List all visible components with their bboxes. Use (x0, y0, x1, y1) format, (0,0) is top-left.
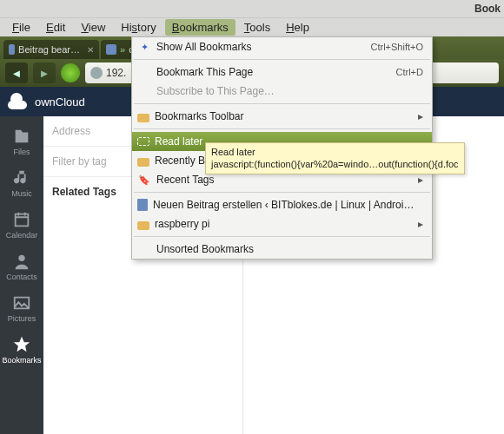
tab-label: Beitrag bear… (18, 44, 80, 55)
menuitem-unsorted-bookmarks[interactable]: Unsorted Bookmarks (132, 240, 432, 259)
menuitem-label: Neuen Beitrag erstellen ‹ BITblokes.de |… (153, 199, 423, 211)
blank-icon (137, 65, 151, 79)
tooltip-url: javascript:(function(){var%20a=windo…out… (211, 158, 459, 170)
menu-separator (134, 236, 430, 237)
close-tab-icon[interactable]: ✕ (87, 45, 94, 55)
sidebar-item-pictures[interactable]: Pictures (0, 288, 43, 330)
folder-icon (137, 221, 149, 230)
sidebar-item-calendar[interactable]: Calendar (0, 205, 43, 247)
menuitem-shortcut: Ctrl+Shift+O (370, 42, 423, 52)
contacts-icon (12, 252, 31, 271)
read-later-icon (137, 137, 149, 146)
sidebar-label: Files (13, 148, 30, 156)
page-icon (137, 199, 148, 211)
menu-separator (134, 192, 430, 193)
menu-separator (134, 103, 430, 104)
owncloud-brand: ownCloud (35, 95, 85, 108)
forward-button[interactable]: ► (33, 62, 56, 83)
tooltip-title: Read later (211, 146, 459, 158)
pictures-icon (12, 293, 31, 312)
window-titlebar: Book (0, 0, 504, 17)
sidebar-label: Calendar (6, 231, 38, 240)
site-identity-icon (90, 67, 103, 79)
back-button[interactable]: ◄ (5, 62, 28, 83)
owncloud-sidebar: Files Music Calendar Contacts Pictures B… (0, 116, 43, 434)
menuitem-shortcut: Ctrl+D (396, 67, 423, 77)
home-button[interactable] (61, 63, 80, 82)
menu-tools[interactable]: Tools (237, 19, 277, 36)
sidebar-label: Music (11, 189, 32, 198)
menuitem-label: Bookmark This Page (156, 66, 391, 78)
menu-separator (134, 59, 430, 60)
menuitem-label: Unsorted Bookmarks (156, 243, 423, 255)
menuitem-bookmarks-toolbar[interactable]: Bookmarks Toolbar ▸ (132, 107, 432, 126)
menuitem-label: raspberry pi (155, 218, 413, 230)
sidebar-item-contacts[interactable]: Contacts (0, 247, 43, 288)
bookmarks-star-icon: ✦ (137, 40, 151, 54)
menuitem-bookmark-this-page[interactable]: Bookmark This Page Ctrl+D (132, 62, 432, 82)
music-icon (12, 168, 31, 187)
owncloud-logo-icon (7, 90, 30, 113)
sidebar-item-files[interactable]: Files (0, 122, 43, 163)
sidebar-label: Contacts (6, 273, 37, 281)
favicon-icon (106, 44, 116, 55)
menuitem-subscribe: Subscribe to This Page… (132, 82, 432, 101)
menuitem-show-all-bookmarks[interactable]: ✦ Show All Bookmarks Ctrl+Shift+O (132, 37, 432, 56)
menu-help[interactable]: Help (279, 19, 316, 36)
menu-file[interactable]: File (5, 19, 37, 36)
blank-icon (137, 242, 151, 256)
menuitem-label: Recent Tags (156, 174, 413, 186)
bookmarks-star-icon (12, 335, 31, 354)
menuitem-label: Bookmarks Toolbar (155, 110, 413, 122)
blank-icon (137, 84, 151, 98)
files-icon (12, 127, 31, 146)
menu-bookmarks[interactable]: Bookmarks (165, 19, 235, 36)
window-title: Book (474, 3, 501, 15)
submenu-arrow-icon: ▸ (418, 110, 423, 122)
menu-view[interactable]: View (74, 19, 112, 36)
menuitem-bookmark-beitrag[interactable]: Neuen Beitrag erstellen ‹ BITblokes.de |… (132, 195, 432, 214)
sidebar-item-music[interactable]: Music (0, 163, 43, 205)
menu-separator (134, 128, 430, 129)
url-text: 192. (106, 67, 126, 79)
folder-icon (137, 114, 149, 122)
menuitem-label: Show All Bookmarks (156, 41, 365, 53)
sidebar-label: Pictures (8, 314, 36, 323)
calendar-icon (12, 210, 31, 229)
menu-history[interactable]: History (114, 19, 162, 36)
favicon-icon (9, 44, 15, 55)
menuitem-label: Subscribe to This Page… (156, 85, 423, 97)
svg-point-0 (18, 255, 24, 261)
tag-icon: 🔖 (137, 173, 151, 187)
sidebar-item-bookmarks[interactable]: Bookmarks (0, 330, 43, 372)
submenu-arrow-icon: ▸ (418, 174, 423, 186)
folder-icon (137, 158, 149, 167)
submenu-arrow-icon: ▸ (418, 218, 423, 230)
bookmarklet-tooltip: Read later javascript:(function(){var%20… (205, 142, 465, 174)
menuitem-folder-raspberrypi[interactable]: raspberry pi ▸ (132, 214, 432, 233)
browser-tab[interactable]: Beitrag bear… ✕ (3, 40, 99, 59)
menu-edit[interactable]: Edit (39, 19, 72, 36)
browser-menubar: File Edit View History Bookmarks Tools H… (0, 17, 504, 36)
sidebar-label: Bookmarks (2, 356, 41, 365)
